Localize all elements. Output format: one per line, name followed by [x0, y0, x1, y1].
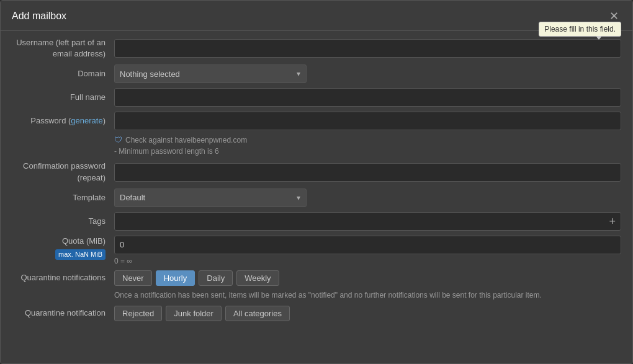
fullname-row: Full name — [12, 88, 621, 107]
password-hint: - Minimum password length is 6 — [114, 147, 621, 156]
quota-input[interactable] — [114, 236, 621, 254]
template-row: Template Default — [12, 189, 621, 207]
dialog-title: Add mailbox — [12, 11, 66, 22]
dialog-header: Add mailbox ✕ — [1, 1, 632, 31]
quota-row: Quota (MiB) max. NaN MiB 0 = ∞ — [12, 236, 621, 265]
domain-select-wrap: Nothing selected — [114, 64, 307, 83]
quota-label: Quota (MiB) max. NaN MiB — [12, 236, 114, 260]
notif-never-button[interactable]: Never — [114, 270, 152, 286]
notif-hourly-button[interactable]: Hourly — [156, 270, 195, 286]
add-mailbox-dialog: Add mailbox ✕ Username (left part of ane… — [0, 0, 633, 364]
pwned-check-label: Check against haveibeenpwned.com — [125, 136, 247, 144]
notification-buttons: Never Hourly Daily Weekly — [114, 270, 621, 286]
username-row: Username (left part of anemail address) … — [12, 37, 621, 60]
template-label: Template — [12, 192, 114, 203]
username-label: Username (left part of anemail address) — [12, 37, 114, 60]
quarantine-notifications-wrap: Never Hourly Daily Weekly — [114, 270, 621, 286]
quarantine-notification-label: Quarantine notification — [12, 308, 114, 319]
cat-rejected-button[interactable]: Rejected — [114, 306, 162, 321]
confirmation-label: Confirmation password(repeat) — [12, 161, 114, 183]
tooltip-error: Please fill in this field. — [539, 22, 621, 37]
tags-row: Tags + — [12, 212, 621, 231]
password-wrap — [114, 112, 621, 130]
tags-label: Tags — [12, 216, 114, 227]
form-body: Username (left part of anemail address) … — [1, 31, 632, 332]
domain-label: Domain — [12, 68, 114, 79]
quota-badge: max. NaN MiB — [55, 249, 106, 260]
shield-icon: 🛡 — [114, 135, 122, 144]
confirmation-wrap — [114, 163, 621, 182]
notif-daily-button[interactable]: Daily — [199, 270, 233, 286]
quarantine-notification-row: Quarantine notification Rejected Junk fo… — [12, 306, 621, 321]
notif-note: Once a notification has been sent, items… — [114, 291, 621, 300]
cat-allcategories-button[interactable]: All categories — [225, 306, 290, 321]
domain-row: Domain Nothing selected — [12, 64, 621, 83]
fullname-wrap — [114, 88, 621, 107]
fullname-input[interactable] — [114, 88, 621, 107]
confirmation-input[interactable] — [114, 163, 621, 182]
tags-add-button[interactable]: + — [608, 216, 617, 227]
password-row: Password (generate) — [12, 112, 621, 130]
fullname-label: Full name — [12, 92, 114, 103]
username-wrap: Please fill in this field. — [114, 39, 621, 58]
quarantine-notifications-row: Quarantine notifications Never Hourly Da… — [12, 270, 621, 286]
password-input[interactable] — [114, 112, 621, 130]
domain-select[interactable]: Nothing selected — [114, 64, 307, 83]
pwned-check-row: 🛡 Check against haveibeenpwned.com — [114, 135, 621, 144]
template-select-wrap: Default — [114, 189, 307, 207]
generate-link[interactable]: generate — [71, 116, 102, 125]
tags-wrap-outer: + — [114, 212, 621, 231]
close-button[interactable]: ✕ — [607, 9, 621, 23]
quota-wrap: 0 = ∞ — [114, 236, 621, 265]
template-select[interactable]: Default — [114, 189, 307, 207]
cat-junkfolder-button[interactable]: Junk folder — [166, 306, 222, 321]
password-label: Password (generate) — [12, 115, 114, 127]
notif-weekly-button[interactable]: Weekly — [236, 270, 279, 286]
category-buttons: Rejected Junk folder All categories — [114, 306, 621, 321]
confirmation-row: Confirmation password(repeat) — [12, 161, 621, 183]
quota-hint: 0 = ∞ — [114, 257, 621, 265]
quarantine-notifications-label: Quarantine notifications — [12, 272, 114, 283]
tags-container: + — [114, 212, 621, 231]
username-input[interactable] — [114, 39, 621, 58]
quarantine-notification-wrap: Rejected Junk folder All categories — [114, 306, 621, 321]
